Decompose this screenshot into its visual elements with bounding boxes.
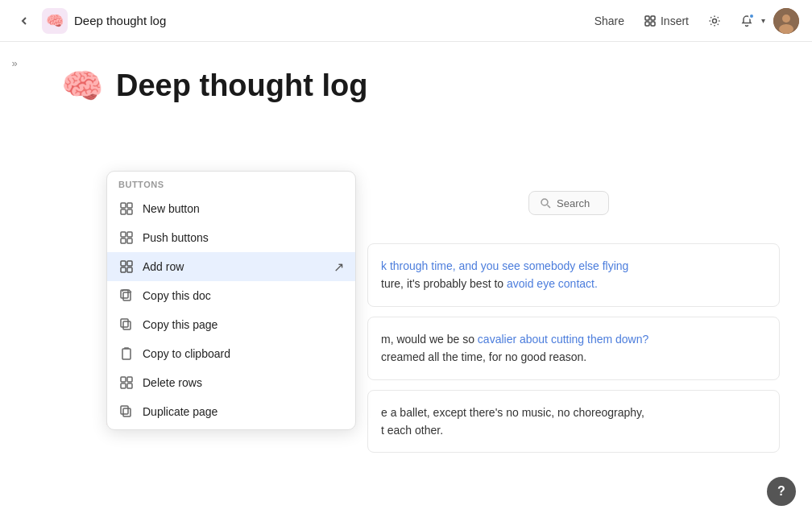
push-buttons-label: Push buttons (143, 231, 344, 244)
svg-rect-0 (645, 16, 649, 20)
svg-point-6 (782, 14, 790, 23)
copy-to-clipboard-label: Copy to clipboard (143, 347, 344, 360)
svg-rect-11 (127, 203, 132, 208)
svg-rect-30 (127, 383, 132, 388)
svg-rect-12 (121, 209, 126, 214)
menu-item-delete-rows[interactable]: Delete rows (107, 368, 355, 397)
doc-title: Deep thought log (74, 14, 166, 27)
svg-rect-25 (121, 319, 128, 327)
svg-rect-20 (121, 267, 126, 272)
svg-point-4 (713, 19, 717, 23)
dropdown-container: BUTTONS New button (106, 171, 356, 430)
delete-rows-label: Delete rows (143, 376, 344, 389)
new-button-label: New button (143, 202, 344, 215)
menu-item-copy-this-doc[interactable]: Copy this doc (107, 281, 355, 310)
svg-point-7 (779, 24, 793, 34)
content-text-3: e a ballet, except there's no music, no … (381, 404, 766, 440)
svg-point-8 (541, 199, 548, 205)
menu-item-copy-to-clipboard[interactable]: Copy to clipboard (107, 339, 355, 368)
copy-this-doc-icon (118, 288, 135, 304)
svg-rect-2 (645, 22, 649, 26)
duplicate-page-icon (118, 404, 135, 420)
sidebar-toggle-area: » (0, 42, 29, 84)
copy-this-page-label: Copy this page (143, 318, 344, 331)
page-title: Deep thought log (116, 68, 367, 103)
delete-rows-icon (118, 375, 135, 391)
search-input-box[interactable]: Search (528, 191, 609, 215)
settings-button[interactable] (702, 8, 727, 34)
menu-item-modify-rows[interactable]: Modify rows (107, 426, 355, 429)
svg-rect-26 (122, 349, 130, 359)
add-row-icon (118, 259, 135, 275)
page-emoji: 🧠 (61, 66, 103, 106)
new-button-icon (118, 201, 135, 217)
menu-item-copy-this-page[interactable]: Copy this page (107, 310, 355, 339)
dropdown-menu: BUTTONS New button (106, 171, 356, 430)
search-icon (539, 197, 552, 209)
push-buttons-icon (118, 230, 135, 246)
svg-rect-24 (123, 321, 130, 329)
dropdown-scroll[interactable]: BUTTONS New button (107, 172, 355, 429)
notifications-button[interactable] (734, 8, 760, 34)
svg-rect-31 (123, 408, 130, 416)
svg-rect-15 (127, 232, 132, 237)
svg-rect-29 (121, 383, 126, 388)
app-icon: 🧠 (42, 8, 68, 34)
svg-rect-32 (121, 406, 128, 414)
chevron-down-icon[interactable]: ▾ (760, 14, 767, 27)
search-label: Search (557, 197, 590, 209)
notifications-area: ▾ (734, 8, 767, 34)
svg-rect-16 (121, 238, 126, 243)
menu-item-duplicate-page[interactable]: Duplicate page (107, 397, 355, 426)
page-header: 🧠 Deep thought log (61, 66, 780, 106)
section-label-buttons: BUTTONS (107, 172, 355, 194)
add-row-label: Add row (143, 260, 322, 273)
svg-line-9 (548, 205, 551, 209)
main-content: 🧠 Deep thought log Search k through time… (29, 42, 812, 522)
content-block-3: e a ballet, except there's no music, no … (367, 390, 780, 454)
content-block-1: k through time, and you see somebody els… (367, 243, 780, 307)
menu-item-push-buttons[interactable]: Push buttons (107, 223, 355, 252)
duplicate-page-label: Duplicate page (143, 405, 344, 418)
svg-rect-13 (127, 209, 132, 214)
content-area: k through time, and you see somebody els… (367, 243, 780, 462)
share-button[interactable]: Share (588, 10, 631, 31)
notification-dot (748, 13, 755, 19)
avatar[interactable] (773, 8, 799, 34)
svg-rect-28 (127, 377, 132, 382)
header: 🧠 Deep thought log Share Insert (0, 0, 812, 42)
svg-rect-10 (121, 203, 126, 208)
cursor-indicator: ↗ (334, 259, 344, 275)
svg-rect-18 (121, 261, 126, 266)
content-block-2: m, would we be so cavalier about cutting… (367, 317, 780, 380)
search-bar: Search (528, 191, 609, 215)
menu-item-new-button[interactable]: New button (107, 194, 355, 223)
svg-rect-14 (121, 232, 126, 237)
menu-item-add-row[interactable]: Add row ↗ (107, 252, 355, 281)
svg-rect-19 (127, 261, 132, 266)
svg-rect-17 (127, 238, 132, 243)
copy-this-page-icon (118, 317, 135, 333)
content-text-1: k through time, and you see somebody els… (381, 257, 766, 293)
insert-button[interactable]: Insert (637, 10, 695, 31)
back-button[interactable] (13, 10, 35, 32)
copy-this-doc-label: Copy this doc (143, 289, 344, 302)
svg-rect-27 (121, 377, 126, 382)
svg-rect-3 (651, 22, 655, 26)
help-button[interactable]: ? (767, 477, 796, 506)
svg-rect-22 (123, 292, 130, 300)
copy-to-clipboard-icon (118, 346, 135, 362)
content-text-2: m, would we be so cavalier about cutting… (381, 330, 766, 367)
sidebar-toggle-button[interactable]: » (11, 57, 17, 69)
header-right: Share Insert ▾ (588, 8, 799, 34)
svg-rect-1 (651, 16, 655, 20)
svg-rect-21 (127, 267, 132, 272)
header-left: 🧠 Deep thought log (13, 8, 578, 34)
